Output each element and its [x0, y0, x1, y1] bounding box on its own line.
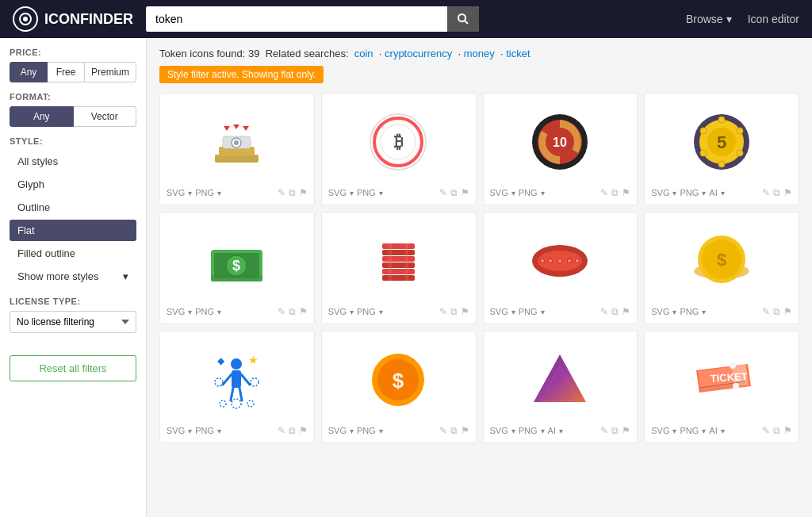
format-svg-2[interactable]: SVG [328, 188, 347, 197]
format-png-dropdown-3[interactable]: ▾ [541, 189, 545, 197]
edit-icon-8[interactable]: ✎ [762, 306, 770, 317]
format-png-2[interactable]: PNG [357, 188, 376, 197]
format-png-dropdown-12[interactable]: ▾ [702, 427, 706, 435]
flag-icon-6[interactable]: ⚑ [461, 306, 469, 317]
icon-card-11[interactable]: SVG ▾ PNG ▾ AI ▾ ✎ ⧉ ⚑ [483, 331, 638, 443]
format-svg-dropdown-5[interactable]: ▾ [188, 308, 192, 316]
flag-icon-5[interactable]: ⚑ [299, 306, 308, 317]
icon-editor-link[interactable]: Icon editor [748, 13, 799, 25]
format-png-12[interactable]: PNG [680, 426, 699, 435]
edit-icon-6[interactable]: ✎ [439, 306, 447, 317]
format-svg-8[interactable]: SVG [651, 307, 669, 316]
format-svg-dropdown-6[interactable]: ▾ [350, 308, 354, 316]
format-vector-btn[interactable]: Vector [74, 106, 137, 127]
copy-icon-11[interactable]: ⧉ [611, 425, 619, 436]
flag-icon-4[interactable]: ⚑ [783, 187, 792, 198]
format-svg-dropdown-7[interactable]: ▾ [511, 308, 515, 316]
edit-icon-3[interactable]: ✎ [600, 187, 608, 198]
copy-icon-8[interactable]: ⧉ [773, 306, 780, 317]
search-button[interactable] [447, 6, 479, 32]
format-svg-dropdown-4[interactable]: ▾ [672, 189, 676, 197]
flag-icon-2[interactable]: ⚑ [461, 187, 469, 198]
browse-menu[interactable]: Browse ▾ [686, 13, 732, 25]
format-png-dropdown-9[interactable]: ▾ [217, 427, 221, 435]
format-svg-dropdown-11[interactable]: ▾ [511, 427, 515, 435]
related-coin[interactable]: coin [354, 48, 373, 59]
format-svg-6[interactable]: SVG [328, 307, 347, 316]
copy-icon-9[interactable]: ⧉ [289, 425, 296, 436]
flag-icon-3[interactable]: ⚑ [622, 187, 630, 198]
format-png-3[interactable]: PNG [519, 188, 538, 197]
format-svg-dropdown-12[interactable]: ▾ [672, 427, 676, 435]
show-more-styles[interactable]: Show more styles ▾ [10, 266, 136, 287]
format-png-dropdown-8[interactable]: ▾ [702, 308, 706, 316]
format-any-btn[interactable]: Any [10, 106, 74, 127]
icon-card-9[interactable]: ★ ◆ SVG ▾ PNG ▾ ✎ ⧉ ⚑ [159, 331, 315, 443]
copy-icon-1[interactable]: ⧉ [289, 187, 296, 198]
format-svg-dropdown-2[interactable]: ▾ [350, 189, 354, 197]
format-png-10[interactable]: PNG [357, 426, 376, 435]
format-png-dropdown-2[interactable]: ▾ [379, 189, 383, 197]
format-png-dropdown-1[interactable]: ▾ [217, 189, 221, 197]
format-png-7[interactable]: PNG [519, 307, 538, 316]
style-all[interactable]: All styles [10, 151, 136, 172]
license-select[interactable]: No license filtering [10, 311, 136, 333]
format-ai-11[interactable]: AI [548, 426, 556, 435]
icon-card-4[interactable]: 5 SVG ▾ PNG ▾ AI ▾ ✎ ⧉ ⚑ [644, 93, 799, 205]
search-input[interactable] [146, 6, 447, 32]
format-png-6[interactable]: PNG [357, 307, 376, 316]
format-svg-dropdown-3[interactable]: ▾ [511, 189, 515, 197]
icon-card-1[interactable]: SVG ▾ PNG ▾ ✎ ⧉ ⚑ [159, 93, 315, 205]
format-png-8[interactable]: PNG [680, 307, 699, 316]
icon-card-12[interactable]: TICKET SVG ▾ PNG ▾ AI [644, 331, 799, 443]
copy-icon-7[interactable]: ⧉ [611, 306, 619, 317]
format-png-1[interactable]: PNG [195, 188, 214, 197]
edit-icon-5[interactable]: ✎ [278, 306, 285, 317]
icon-card-2[interactable]: ₿ SVG ▾ PNG ▾ ✎ ⧉ ⚑ [321, 93, 477, 205]
search-bar[interactable] [146, 6, 479, 32]
format-svg-1[interactable]: SVG [167, 188, 185, 197]
format-svg-11[interactable]: SVG [490, 426, 508, 435]
format-svg-dropdown-8[interactable]: ▾ [672, 308, 676, 316]
format-ai-dropdown-12[interactable]: ▾ [721, 427, 725, 435]
flag-icon-10[interactable]: ⚑ [461, 425, 469, 436]
format-png-dropdown-6[interactable]: ▾ [379, 308, 383, 316]
format-ai-dropdown-4[interactable]: ▾ [721, 189, 725, 197]
price-premium-btn[interactable]: Premium [85, 62, 136, 82]
format-png-9[interactable]: PNG [195, 426, 214, 435]
format-png-5[interactable]: PNG [195, 307, 214, 316]
flag-icon-8[interactable]: ⚑ [783, 306, 792, 317]
flag-icon-7[interactable]: ⚑ [622, 306, 630, 317]
edit-icon-11[interactable]: ✎ [600, 425, 608, 436]
related-cryptocurrency[interactable]: cryptocurrency [385, 48, 452, 59]
edit-icon-1[interactable]: ✎ [278, 187, 285, 198]
edit-icon-9[interactable]: ✎ [278, 425, 285, 436]
style-filled-outline[interactable]: Filled outline [10, 243, 136, 264]
format-png-dropdown-10[interactable]: ▾ [379, 427, 383, 435]
edit-icon-10[interactable]: ✎ [439, 425, 447, 436]
icon-card-3[interactable]: 10 SVG ▾ PNG ▾ ✎ ⧉ ⚑ [483, 93, 638, 205]
format-png-dropdown-5[interactable]: ▾ [217, 308, 221, 316]
format-svg-dropdown-9[interactable]: ▾ [188, 427, 192, 435]
related-money[interactable]: money [464, 48, 495, 59]
format-svg-4[interactable]: SVG [651, 188, 669, 197]
flag-icon-12[interactable]: ⚑ [783, 425, 792, 436]
format-ai-12[interactable]: AI [709, 426, 717, 435]
format-png-4[interactable]: PNG [680, 188, 699, 197]
related-ticket[interactable]: ticket [506, 48, 530, 59]
format-svg-9[interactable]: SVG [167, 426, 185, 435]
format-ai-dropdown-11[interactable]: ▾ [559, 427, 563, 435]
logo[interactable]: ICONFINDER [13, 6, 133, 32]
copy-icon-10[interactable]: ⧉ [450, 425, 458, 436]
style-outline[interactable]: Outline [10, 197, 136, 218]
flag-icon-9[interactable]: ⚑ [299, 425, 308, 436]
reset-filters-button[interactable]: Reset all filters [10, 355, 136, 381]
copy-icon-12[interactable]: ⧉ [773, 425, 780, 436]
icon-card-5[interactable]: $ SVG ▾ PNG ▾ ✎ ⧉ ⚑ [159, 212, 315, 324]
format-png-dropdown-11[interactable]: ▾ [541, 427, 545, 435]
format-svg-dropdown-1[interactable]: ▾ [188, 189, 192, 197]
copy-icon-2[interactable]: ⧉ [450, 187, 458, 198]
price-any-btn[interactable]: Any [10, 62, 48, 82]
format-svg-12[interactable]: SVG [651, 426, 669, 435]
flag-icon-11[interactable]: ⚑ [622, 425, 630, 436]
